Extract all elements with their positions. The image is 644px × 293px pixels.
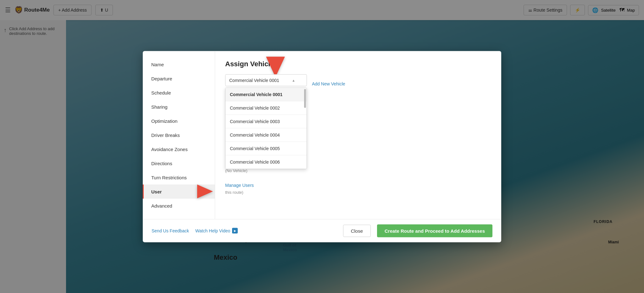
close-button[interactable]: Close <box>343 225 371 237</box>
vehicle-row: Commercial Vehicle 0001 ▲ Commercial Veh… <box>225 74 491 86</box>
nav-item-avoidance-zones[interactable]: Avoidance Zones <box>143 142 215 156</box>
watch-video-link[interactable]: Watch Help Video ▶ <box>195 228 238 234</box>
nav-item-user[interactable]: User <box>143 184 215 198</box>
modal-main-content: Assign Vehicle Commercial Vehicle 0001 ▲ <box>215 51 501 219</box>
caret-up-icon: ▲ <box>292 78 295 82</box>
video-play-icon: ▶ <box>232 228 238 234</box>
dropdown-scrollbar <box>304 89 306 108</box>
nav-item-sharing[interactable]: Sharing <box>143 100 215 114</box>
nav-item-name[interactable]: Name <box>143 57 215 71</box>
manage-users-link[interactable]: Manage Users <box>225 182 254 187</box>
nav-item-advanced[interactable]: Advanced <box>143 198 215 213</box>
modal-footer: Send Us Feedback Watch Help Video ▶ Clos… <box>143 219 501 242</box>
modal-dialog: Name Departure Schedule Sharing Optimiza… <box>143 51 501 242</box>
assign-vehicle-title: Assign Vehicle <box>225 60 491 68</box>
dropdown-item-2[interactable]: Commercial Vehicle 0003 <box>225 115 307 128</box>
nav-item-directions[interactable]: Directions <box>143 156 215 170</box>
send-feedback-link[interactable]: Send Us Feedback <box>152 228 189 233</box>
red-arrow-right-icon <box>197 185 213 198</box>
nav-item-driver-breaks[interactable]: Driver Breaks <box>143 128 215 142</box>
vehicle-dropdown-list: Commercial Vehicle 0001 Commercial Vehic… <box>225 87 307 169</box>
dropdown-item-0[interactable]: Commercial Vehicle 0001 <box>225 88 307 101</box>
create-route-button[interactable]: Create Route and Proceed to Add Addresse… <box>377 224 492 237</box>
nav-item-schedule[interactable]: Schedule <box>143 85 215 100</box>
nav-item-turn-restrictions[interactable]: Turn Restrictions <box>143 170 215 184</box>
nav-item-departure[interactable]: Departure <box>143 71 215 85</box>
modal-body: Name Departure Schedule Sharing Optimiza… <box>143 51 501 219</box>
add-new-vehicle-link[interactable]: Add New Vehicle <box>312 77 345 86</box>
assign-vehicle-section: Assign Vehicle Commercial Vehicle 0001 ▲ <box>225 60 491 173</box>
route-hint: this route) <box>225 190 491 194</box>
dropdown-item-3[interactable]: Commercial Vehicle 0004 <box>225 128 307 142</box>
nav-item-optimization[interactable]: Optimization <box>143 114 215 128</box>
add-vehicle-area: Add New Vehicle <box>312 74 345 86</box>
dropdown-item-1[interactable]: Commercial Vehicle 0002 <box>225 101 307 115</box>
dropdown-item-5[interactable]: Commercial Vehicle 0006 <box>225 155 307 169</box>
manage-users-section: Manage Users this route) <box>225 182 491 194</box>
dropdown-item-4[interactable]: Commercial Vehicle 0005 <box>225 142 307 155</box>
modal-nav: Name Departure Schedule Sharing Optimiza… <box>143 51 215 219</box>
vehicle-select-wrapper: Commercial Vehicle 0001 ▲ Commercial Veh… <box>225 74 307 86</box>
vehicle-select-display[interactable]: Commercial Vehicle 0001 ▲ <box>225 74 307 86</box>
